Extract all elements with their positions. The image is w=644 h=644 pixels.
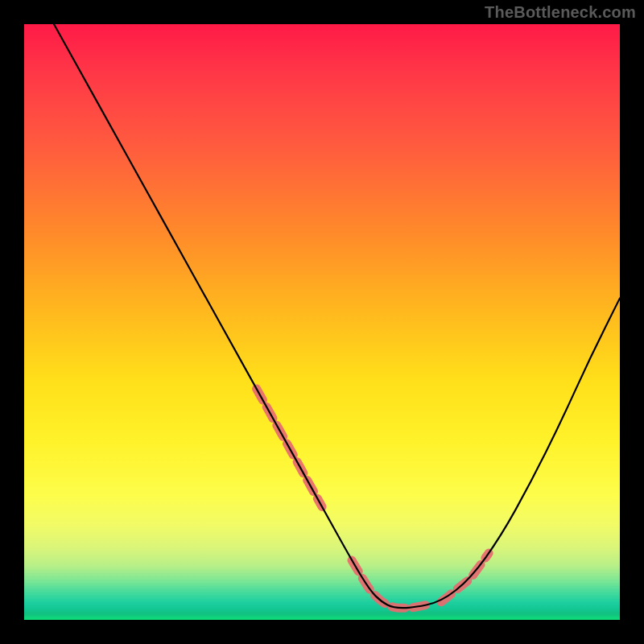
watermark-text: TheBottleneck.com — [485, 3, 636, 22]
chart-stage: TheBottleneck.com — [0, 0, 644, 644]
plot-area — [24, 24, 620, 620]
highlight-trough — [352, 560, 429, 608]
curve-svg — [24, 24, 620, 620]
bottleneck-curve-line — [54, 24, 620, 608]
